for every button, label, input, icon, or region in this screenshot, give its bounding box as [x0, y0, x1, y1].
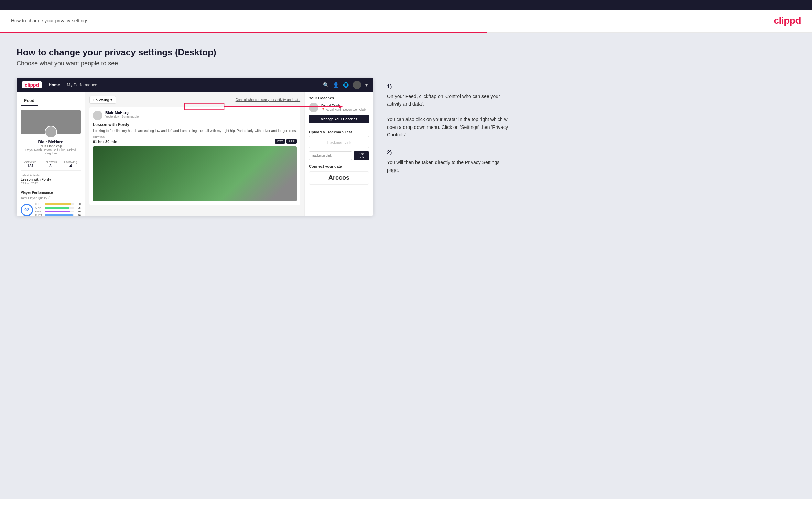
- ott-fill: [45, 203, 71, 205]
- arg-label: ARG: [35, 210, 43, 213]
- tag-app: APP: [286, 139, 297, 144]
- two-col-layout: clippd Home My Performance 🔍 👤 🌐 ▾: [17, 78, 795, 216]
- arg-track: [45, 211, 74, 212]
- app-sidebar: Feed Blair McHarg Plus Handicap Royal No…: [17, 92, 85, 216]
- location-icon: 📍: [321, 108, 325, 111]
- connect-section: Connect your data Arccos: [309, 164, 369, 185]
- pp-bar-putt: PUTT 96: [35, 214, 81, 216]
- stat-activities-label: Activities: [24, 160, 36, 164]
- post-author-name: Blair McHarg: [105, 111, 139, 115]
- app-nav: clippd Home My Performance 🔍 👤 🌐 ▾: [17, 78, 373, 92]
- coach-club: 📍 Royal North Devon Golf Club: [321, 108, 366, 111]
- app-nav-performance[interactable]: My Performance: [67, 82, 97, 87]
- app-nav-avatar[interactable]: [353, 81, 361, 89]
- post-footer: Duration 01 hr : 30 min OTT APP: [93, 135, 297, 144]
- profile-handicap: Plus Handicap: [21, 144, 81, 148]
- app-val: 85: [75, 206, 81, 209]
- add-link-button[interactable]: Add Link: [354, 151, 369, 160]
- coach-club-name: Royal North Devon Golf Club: [326, 108, 366, 111]
- trackman-placeholder: Trackman Link: [309, 136, 369, 148]
- page-subheading: Choose what you want people to see: [17, 60, 795, 67]
- following-label: Following: [93, 98, 109, 102]
- post-duration-value: 01 hr : 30 min: [93, 140, 117, 144]
- putt-label: PUTT: [35, 214, 43, 216]
- stat-followers-value: 3: [44, 164, 57, 168]
- post-header: Blair McHarg Yesterday · Sunningdale: [93, 111, 297, 120]
- app-right-panel: Your Coaches David Ford 📍 Royal North De…: [304, 92, 373, 216]
- stat-activities: Activities 131: [24, 160, 36, 168]
- main-header: How to change your privacy settings clip…: [0, 10, 812, 32]
- post-author-avatar: [93, 111, 102, 120]
- trackman-input[interactable]: [309, 151, 352, 160]
- post-author-info: Blair McHarg Yesterday · Sunningdale: [105, 111, 139, 118]
- coaches-section-title: Your Coaches: [309, 96, 369, 100]
- latest-activity-label: Latest Activity: [21, 174, 81, 177]
- search-icon[interactable]: 🔍: [323, 82, 329, 88]
- ott-label: OTT: [35, 202, 43, 206]
- top-black-bar: [0, 0, 812, 10]
- manage-coaches-button[interactable]: Manage Your Coaches: [309, 115, 369, 123]
- instructions-column: 1) On your Feed, click/tap on 'Control w…: [387, 78, 511, 185]
- instruction-1-number: 1): [387, 84, 511, 90]
- app-fill: [45, 207, 69, 209]
- content-area: How to change your privacy settings (Des…: [0, 33, 812, 499]
- coach-avatar: [309, 103, 318, 112]
- pp-bars: OTT 90 APP: [35, 202, 81, 216]
- header-title: How to change your privacy settings: [11, 18, 88, 23]
- stat-activities-value: 131: [24, 164, 36, 168]
- following-button[interactable]: Following ▾: [89, 96, 116, 104]
- control-privacy-link[interactable]: Control who can see your activity and da…: [236, 98, 300, 102]
- coaches-section: Your Coaches David Ford 📍 Royal North De…: [309, 96, 369, 126]
- app-body: Feed Blair McHarg Plus Handicap Royal No…: [17, 92, 373, 216]
- footer: Copyright Clippd 2022: [0, 499, 812, 507]
- feed-tab[interactable]: Feed: [21, 96, 38, 106]
- chevron-down-icon[interactable]: ▾: [365, 82, 368, 88]
- app-nav-right: 🔍 👤 🌐 ▾: [323, 81, 368, 89]
- feed-post: Blair McHarg Yesterday · Sunningdale Les…: [89, 107, 300, 205]
- user-icon[interactable]: 👤: [333, 82, 339, 88]
- coach-item: David Ford 📍 Royal North Devon Golf Club: [309, 103, 369, 112]
- post-tags: OTT APP: [275, 139, 297, 144]
- globe-icon[interactable]: 🌐: [343, 82, 349, 88]
- pp-content: 92 OTT 90: [21, 202, 81, 216]
- putt-fill: [45, 214, 73, 216]
- instruction-1: 1) On your Feed, click/tap on 'Control w…: [387, 84, 511, 139]
- latest-activity-name: Lesson with Fordy: [21, 178, 81, 181]
- app-feed: Following ▾ Control who can see your act…: [85, 92, 304, 216]
- app-nav-logo: clippd: [22, 81, 42, 88]
- instruction-2-text: You will then be taken directly to the P…: [387, 158, 511, 174]
- coach-name: David Ford: [321, 104, 366, 108]
- stat-followers-label: Followers: [44, 160, 57, 164]
- post-duration-area: Duration 01 hr : 30 min: [93, 135, 117, 144]
- post-image: [93, 146, 297, 201]
- player-performance: Player Performance Total Player Quality …: [21, 188, 81, 216]
- pp-bar-app: APP 85: [35, 206, 81, 209]
- pp-bar-arg: ARG 86: [35, 210, 81, 213]
- mockup-wrapper: clippd Home My Performance 🔍 👤 🌐 ▾: [17, 78, 373, 216]
- post-description: Looking to feel like my hands are exitin…: [93, 129, 297, 133]
- arg-fill: [45, 211, 70, 212]
- following-chevron: ▾: [110, 98, 112, 102]
- pp-bar-ott: OTT 90: [35, 202, 81, 206]
- clippd-logo: clippd: [774, 15, 801, 26]
- page-heading: How to change your privacy settings (Des…: [17, 47, 795, 58]
- app-mockup: clippd Home My Performance 🔍 👤 🌐 ▾: [17, 78, 373, 216]
- post-author-meta: Yesterday · Sunningdale: [105, 115, 139, 118]
- stat-following-value: 4: [64, 164, 77, 168]
- ott-val: 90: [75, 202, 81, 206]
- trackman-input-row: Add Link: [309, 151, 369, 160]
- post-title: Lesson with Fordy: [93, 122, 297, 127]
- latest-activity-date: 03 Aug 2022: [21, 181, 81, 185]
- ott-track: [45, 203, 74, 205]
- feed-header: Following ▾ Control who can see your act…: [89, 96, 300, 104]
- post-duration-label: Duration: [93, 135, 117, 139]
- coach-info: David Ford 📍 Royal North Devon Golf Club: [321, 104, 366, 111]
- instruction-2-number: 2): [387, 150, 511, 156]
- upload-section: Upload a Trackman Test Trackman Link Add…: [309, 130, 369, 160]
- arg-val: 86: [75, 210, 81, 213]
- connect-section-title: Connect your data: [309, 164, 369, 168]
- pp-quality-label: Total Player Quality ⓘ: [21, 196, 81, 200]
- profile-name: Blair McHarg: [21, 140, 81, 144]
- arccos-logo: Arccos: [309, 171, 369, 185]
- app-nav-home[interactable]: Home: [48, 82, 60, 87]
